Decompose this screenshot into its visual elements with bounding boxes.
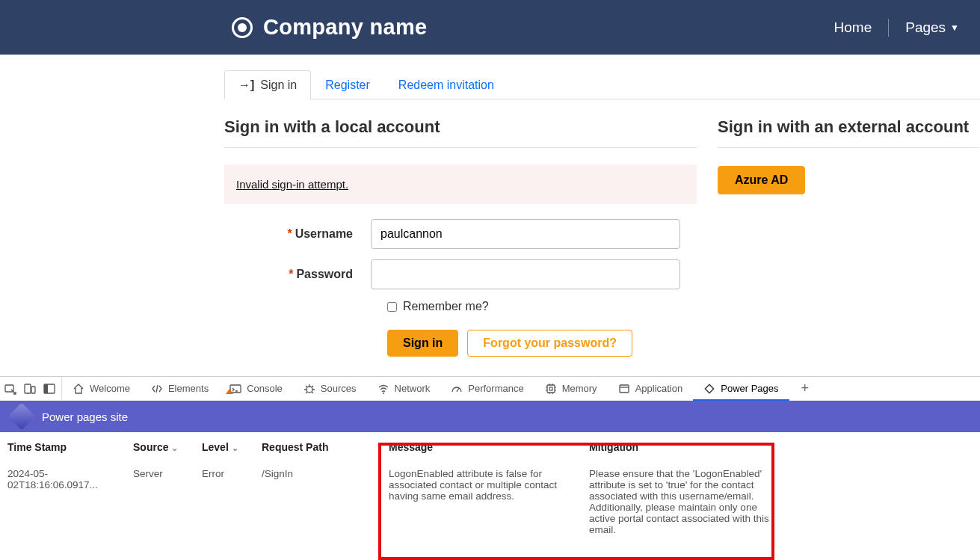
cell-message: LogonEnabled attribute is false for asso…	[389, 468, 589, 535]
separator	[718, 147, 979, 148]
devtools-tab-network[interactable]: Network	[367, 377, 441, 400]
external-heading: Sign in with an external account	[718, 117, 979, 137]
tab-signin-label: Sign in	[260, 79, 297, 92]
password-input[interactable]	[371, 259, 680, 289]
devtools-tab-powerpages[interactable]: Power Pages	[693, 377, 789, 400]
auth-tabs: →] Sign in Register Redeem invitation	[224, 70, 980, 99]
svg-rect-9	[549, 387, 552, 390]
username-label: Username	[295, 227, 353, 240]
sort-caret-icon: ⌄	[232, 443, 238, 452]
bug-icon	[303, 383, 315, 395]
powerpages-banner: Power pages site	[0, 401, 980, 432]
log-table: Time Stamp Source⌄ Level⌄ Request Path M…	[0, 432, 980, 544]
cell-level: Error	[202, 468, 262, 535]
password-label: Password	[296, 268, 353, 280]
brand[interactable]: Company name	[232, 15, 428, 40]
signin-arrow-icon: →]	[238, 79, 254, 92]
col-header-message[interactable]: Message	[389, 441, 589, 453]
svg-rect-8	[547, 385, 555, 393]
forgot-password-button[interactable]: Forgot your password?	[467, 330, 632, 357]
col-header-level[interactable]: Level⌄	[202, 441, 262, 453]
tab-register-label: Register	[325, 79, 370, 92]
col-header-path[interactable]: Request Path	[262, 441, 389, 453]
devtools-tab-performance[interactable]: Performance	[440, 377, 534, 400]
sort-caret-icon: ⌄	[171, 443, 178, 452]
wifi-icon	[377, 383, 389, 395]
tab-redeem-label: Redeem invitation	[398, 79, 494, 92]
powerpages-banner-title: Power pages site	[42, 410, 128, 423]
remember-label: Remember me?	[403, 300, 489, 313]
azure-ad-button[interactable]: Azure AD	[718, 166, 805, 194]
devtools-panel: Welcome Elements Console Sources Network…	[0, 376, 980, 544]
svg-rect-11	[706, 384, 714, 393]
devtools-tab-elements[interactable]: Elements	[141, 377, 219, 400]
remember-checkbox[interactable]	[387, 302, 397, 312]
col-header-timestamp[interactable]: Time Stamp	[7, 441, 133, 453]
svg-point-6	[306, 387, 312, 393]
inspect-element-icon[interactable]	[4, 383, 16, 395]
local-heading: Sign in with a local account	[224, 117, 697, 137]
dock-side-icon[interactable]	[43, 383, 55, 395]
svg-rect-4	[44, 384, 48, 393]
svg-rect-1	[25, 384, 31, 393]
devtools-tab-memory[interactable]: Memory	[534, 377, 608, 400]
svg-rect-10	[620, 385, 629, 393]
signin-button[interactable]: Sign in	[387, 330, 458, 357]
nav-link-pages[interactable]: Pages ▼	[905, 19, 959, 36]
tab-signin[interactable]: →] Sign in	[224, 70, 311, 99]
col-header-mitigation[interactable]: Mitigation	[589, 441, 771, 453]
devtools-add-tab-button[interactable]: +	[797, 381, 814, 396]
cell-mitigation: Please ensure that the 'LogonEnabled' at…	[589, 468, 771, 535]
gauge-icon	[451, 383, 463, 395]
nav-divider	[888, 19, 889, 37]
brand-logo-icon	[232, 17, 253, 38]
device-toolbar-icon[interactable]	[24, 383, 36, 395]
devtools-tabbar: Welcome Elements Console Sources Network…	[0, 377, 980, 401]
col-header-source[interactable]: Source⌄	[133, 441, 202, 453]
devtools-tab-welcome[interactable]: Welcome	[62, 377, 141, 400]
log-row[interactable]: 2024-05-02T18:16:06.0917... Server Error…	[7, 468, 973, 535]
caret-down-icon: ▼	[950, 22, 959, 33]
cell-timestamp: 2024-05-02T18:16:06.0917...	[7, 468, 133, 535]
svg-rect-2	[31, 387, 35, 393]
diamond-icon	[703, 383, 715, 395]
separator	[224, 147, 697, 148]
chip-icon	[545, 383, 557, 395]
home-icon	[73, 383, 84, 395]
signin-error-alert: Invalid sign-in attempt.	[224, 164, 697, 204]
code-icon	[151, 383, 163, 395]
devtools-tab-console[interactable]: Console	[219, 377, 293, 400]
app-window-icon	[618, 383, 630, 395]
username-input[interactable]	[371, 219, 680, 249]
cell-source: Server	[133, 468, 202, 535]
brand-name: Company name	[263, 15, 428, 40]
svg-point-7	[383, 393, 384, 394]
cell-path: /SignIn	[262, 468, 389, 535]
devtools-tab-sources[interactable]: Sources	[293, 377, 367, 400]
devtools-tab-application[interactable]: Application	[608, 377, 694, 400]
powerpages-logo-icon	[8, 403, 36, 431]
tab-register[interactable]: Register	[311, 70, 384, 99]
warning-badge-icon	[226, 389, 233, 394]
tab-redeem[interactable]: Redeem invitation	[384, 70, 508, 99]
top-navbar: Company name Home Pages ▼	[0, 0, 980, 55]
nav-link-home[interactable]: Home	[834, 19, 872, 36]
